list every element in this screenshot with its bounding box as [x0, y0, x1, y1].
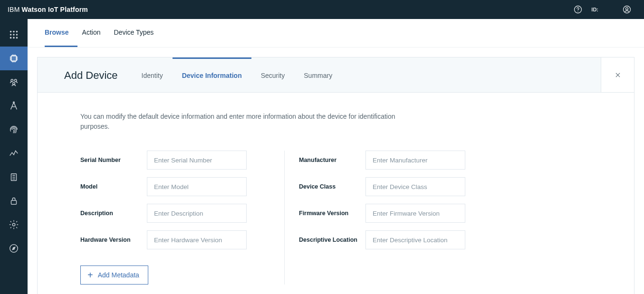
wizard-step-device-information[interactable]: Device Information: [173, 57, 251, 92]
brand-bold: Watson IoT Platform: [22, 6, 88, 13]
device-class-input[interactable]: [365, 177, 465, 196]
wizard-step-security[interactable]: Security: [251, 57, 295, 92]
tab-label: Action: [82, 28, 101, 36]
intro-text: You can modify the default device inform…: [80, 112, 413, 132]
field-device-class: Device Class: [299, 177, 489, 196]
tab-action[interactable]: Action: [82, 19, 109, 47]
wizard-step-label: Security: [261, 72, 285, 79]
field-description: Description: [80, 204, 270, 223]
svg-point-1: [578, 11, 578, 12]
user-icon[interactable]: [617, 0, 636, 19]
wizard-body: You can modify the default device inform…: [38, 93, 634, 294]
field-label: Serial Number: [80, 157, 147, 163]
tab-browse[interactable]: Browse: [45, 19, 77, 47]
field-serial-number: Serial Number: [80, 151, 270, 170]
svg-point-8: [13, 34, 15, 36]
sidebar-item-fingerprint[interactable]: [0, 118, 28, 142]
tab-label: Device Types: [114, 28, 154, 36]
svg-point-7: [10, 34, 12, 36]
hardware-version-input[interactable]: [147, 230, 247, 249]
svg-point-17: [13, 82, 15, 85]
svg-point-12: [16, 37, 18, 39]
descriptive-location-input[interactable]: [365, 230, 465, 249]
sidebar-item-security[interactable]: [0, 189, 28, 213]
field-model: Model: [80, 177, 270, 196]
field-label: Device Class: [299, 183, 365, 190]
svg-point-15: [11, 79, 13, 82]
form-column-left: Serial Number Model Description: [80, 151, 285, 285]
svg-point-6: [16, 31, 18, 33]
svg-point-2: [624, 6, 631, 13]
field-descriptive-location: Descriptive Location: [299, 230, 489, 249]
firmware-version-input[interactable]: [365, 204, 465, 223]
wizard-step-identity[interactable]: Identity: [132, 57, 173, 92]
serial-number-input[interactable]: [147, 151, 247, 170]
plus-icon: +: [87, 270, 93, 280]
svg-point-3: [626, 8, 628, 10]
brand-prefix: IBM: [8, 6, 22, 13]
form-columns: Serial Number Model Description: [80, 151, 591, 285]
form-column-right: Manufacturer Device Class Firmware Versi…: [285, 151, 489, 285]
help-icon[interactable]: [568, 0, 587, 19]
svg-rect-20: [11, 200, 17, 204]
wizard-title: Add Device: [38, 57, 132, 92]
manufacturer-input[interactable]: [365, 151, 465, 170]
main: Browse Action Device Types Add Device Id…: [28, 19, 644, 294]
wizard-header: Add Device Identity Device Information S…: [38, 57, 634, 93]
sidebar-item-members[interactable]: [0, 70, 28, 94]
sidebar-item-drafting[interactable]: [0, 94, 28, 118]
svg-point-21: [12, 223, 15, 226]
model-input[interactable]: [147, 177, 247, 196]
svg-point-4: [10, 31, 12, 33]
sidebar-item-settings[interactable]: [0, 213, 28, 237]
field-hardware-version: Hardware Version: [80, 230, 270, 249]
tab-device-types[interactable]: Device Types: [114, 19, 163, 47]
sidebar-item-analytics[interactable]: [0, 142, 28, 165]
field-label: Description: [80, 210, 147, 217]
wizard-step-label: Identity: [142, 72, 163, 79]
svg-point-5: [13, 31, 15, 33]
field-label: Manufacturer: [299, 157, 365, 163]
field-label: Firmware Version: [299, 210, 365, 217]
wizard-step-label: Device Information: [182, 72, 242, 79]
sub-tabs: Browse Action Device Types: [28, 19, 644, 47]
sidebar-item-explore[interactable]: [0, 237, 28, 260]
brand: IBM Watson IoT Platform: [8, 6, 88, 13]
field-label: Descriptive Location: [299, 237, 365, 243]
id-label: ID:: [591, 7, 598, 12]
svg-point-9: [16, 34, 18, 36]
field-label: Model: [80, 183, 147, 190]
wizard-step-summary[interactable]: Summary: [294, 57, 342, 92]
sidebar-item-apps[interactable]: [0, 23, 28, 47]
wizard-step-label: Summary: [304, 72, 332, 79]
top-bar: IBM Watson IoT Platform ID:: [0, 0, 644, 19]
svg-point-16: [14, 79, 17, 82]
field-label: Hardware Version: [80, 237, 147, 243]
sidebar: [0, 19, 28, 294]
field-manufacturer: Manufacturer: [299, 151, 489, 170]
add-device-card: Add Device Identity Device Information S…: [37, 57, 634, 294]
close-button[interactable]: [601, 57, 634, 92]
svg-point-11: [13, 37, 15, 39]
field-firmware-version: Firmware Version: [299, 204, 489, 223]
sidebar-item-boards[interactable]: [0, 165, 28, 189]
add-metadata-label: Add Metadata: [98, 271, 139, 279]
svg-point-10: [10, 37, 12, 39]
add-metadata-button[interactable]: + Add Metadata: [80, 266, 148, 285]
close-icon: [615, 72, 621, 78]
tab-label: Browse: [45, 28, 69, 36]
sidebar-item-devices[interactable]: [0, 47, 28, 70]
svg-rect-13: [11, 56, 17, 61]
description-input[interactable]: [147, 204, 247, 223]
